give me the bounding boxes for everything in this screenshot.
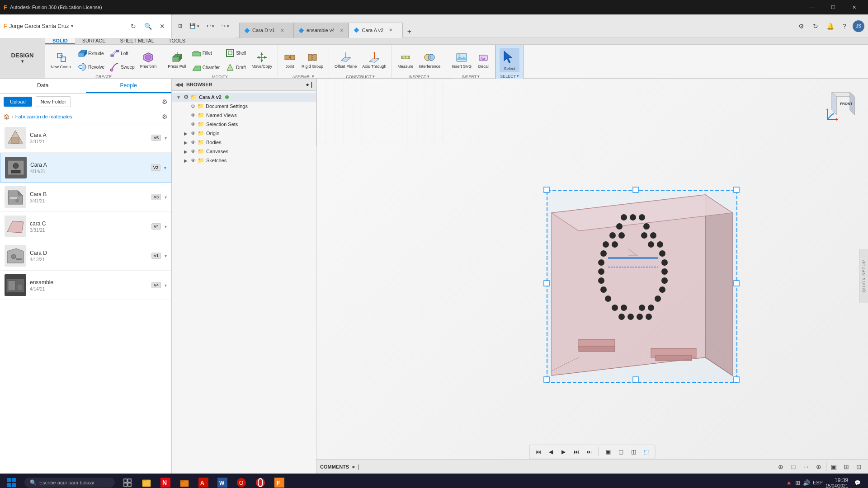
version-dropdown-b[interactable]: ▾: [165, 195, 167, 200]
file-item-cara-c[interactable]: cara C 3/31/21 V4 ▾: [0, 212, 171, 241]
joint-button[interactable]: Joint: [282, 50, 298, 70]
quick-setup-panel[interactable]: QUICK SETUP: [859, 249, 868, 303]
file-item-cara-a-v2[interactable]: Cara A 4/14/21 V2 ▾: [0, 153, 171, 183]
file-item-cara-d[interactable]: Cara D 4/13/21 V1 ▾: [0, 241, 171, 271]
tab-close-cara-d[interactable]: ✕: [280, 28, 284, 33]
selection-sets-eye-icon[interactable]: 👁: [191, 122, 196, 127]
selection-filter-4[interactable]: ⬚: [642, 447, 651, 457]
playback-next-button[interactable]: ⏭: [571, 447, 581, 457]
version-badge-cara-a-v2[interactable]: V2: [151, 164, 160, 171]
taskbar-app-word[interactable]: W: [213, 474, 231, 488]
version-badge-cara-b[interactable]: V3: [151, 194, 161, 200]
sketches-expand[interactable]: ▶: [183, 158, 189, 163]
playback-prev-button[interactable]: ◀: [546, 447, 556, 457]
dropbox-icon[interactable]: 🔺: [785, 479, 793, 486]
sidebar-settings-icon[interactable]: ⚙: [162, 98, 168, 105]
insert-button[interactable]: Insert SVG: [450, 50, 473, 70]
extrude-button[interactable]: Extrude: [75, 47, 106, 59]
taskbar-app-fusion360[interactable]: F: [270, 474, 288, 488]
undo-dropdown[interactable]: ▾: [212, 24, 214, 28]
browser-collapse-icon[interactable]: |: [311, 81, 312, 88]
taskbar-app-autocad[interactable]: A: [194, 474, 212, 488]
browser-item-named-views[interactable]: 👁 📁 Named Views: [172, 111, 316, 120]
browser-item-origin[interactable]: ▶ 👁 📁 Origin: [172, 129, 316, 138]
ribbon-tab-tools[interactable]: TOOLS: [161, 38, 193, 44]
playback-end-button[interactable]: ⏭: [584, 447, 594, 457]
version-dropdown-v5[interactable]: ▾: [165, 136, 167, 141]
browser-circle-icon[interactable]: ●: [306, 81, 309, 88]
browser-item-document-settings[interactable]: ⚙ 📁 Document Settings: [172, 102, 316, 111]
press-pull-button[interactable]: Press Pull: [166, 50, 188, 70]
revolve-button[interactable]: Revolve: [75, 61, 106, 73]
version-badge-ensamble[interactable]: V4: [151, 282, 161, 288]
sketches-eye-icon[interactable]: 👁: [191, 158, 196, 163]
file-item-cara-b[interactable]: Cara B 3/31/21 V3 ▾: [0, 183, 171, 212]
start-button[interactable]: [0, 474, 23, 488]
axis-button[interactable]: Axis Through: [360, 50, 388, 70]
tab-cara-d-v1[interactable]: 🔷 Cara D v1 ✕: [239, 23, 293, 38]
root-expand-icon[interactable]: ▼: [175, 95, 182, 100]
version-badge-cara-c[interactable]: V4: [151, 223, 161, 230]
selection-filter-2[interactable]: ▢: [616, 447, 626, 457]
system-clock[interactable]: 19:39 15/04/2021: [826, 477, 848, 488]
decal-button[interactable]: Aa Decal: [475, 50, 491, 70]
comments-circle-icon[interactable]: ●: [352, 464, 355, 470]
taskbar-app-netflix[interactable]: N: [156, 474, 175, 488]
breadcrumb-folder[interactable]: Fabricacion de materiales: [15, 114, 72, 119]
rigid-group-button[interactable]: Rigid Group: [300, 50, 325, 70]
browser-item-selection-sets[interactable]: 👁 📁 Selection Sets: [172, 120, 316, 129]
grid-view-button[interactable]: ⊞: [175, 19, 185, 33]
plane-button[interactable]: Offset Plane: [333, 50, 359, 70]
canvases-eye-icon[interactable]: 👁: [191, 149, 196, 154]
inspect-dropdown[interactable]: ▾: [427, 74, 429, 79]
sweep-button[interactable]: Sweep: [108, 61, 137, 73]
origin-expand[interactable]: ▶: [183, 131, 189, 136]
version-badge-cara-d[interactable]: V1: [151, 253, 161, 259]
loft-button[interactable]: Loft: [108, 47, 137, 59]
view-cube[interactable]: FRONT: [823, 88, 859, 124]
taskbar-search[interactable]: 🔍 Escribe aquí para buscar: [24, 478, 115, 488]
settings-button[interactable]: ⚙: [795, 20, 807, 33]
sync-button[interactable]: ↻: [809, 20, 822, 33]
version-badge-cara-a-v5[interactable]: V5: [151, 135, 161, 141]
browser-item-canvases[interactable]: ▶ 👁 📁 Canvases: [172, 147, 316, 156]
tab-close-ensamble[interactable]: ✕: [340, 28, 344, 33]
tab-close-cara-a[interactable]: ✕: [389, 28, 392, 33]
version-dropdown-c[interactable]: ▾: [165, 224, 167, 229]
construct-dropdown[interactable]: ▾: [373, 74, 375, 79]
playback-start-button[interactable]: ⏮: [533, 447, 543, 457]
tab-ensamble-v4[interactable]: 🔷 ensamble v4 ✕: [293, 23, 349, 38]
notifications-button[interactable]: 🔔: [824, 20, 836, 33]
search-button[interactable]: 🔍: [142, 21, 153, 32]
home-icon[interactable]: 🏠: [4, 114, 10, 120]
close-button[interactable]: ✕: [844, 0, 864, 14]
named-views-eye-icon[interactable]: 👁: [191, 113, 196, 118]
bodies-eye-icon[interactable]: 👁: [191, 140, 196, 145]
new-folder-button[interactable]: New Folder: [36, 96, 71, 107]
taskbar-app-file-explorer[interactable]: [137, 474, 156, 488]
ribbon-tab-sheetmetal[interactable]: SHEET METAL: [113, 38, 161, 44]
windows-icon[interactable]: ⊞: [795, 479, 800, 486]
design-button[interactable]: DESIGN ▾: [0, 38, 45, 78]
selection-filter-1[interactable]: ▣: [604, 447, 613, 457]
file-item-cara-a-v5[interactable]: Cara A 3/31/21 V5 ▾: [0, 123, 171, 153]
selection-filter-3[interactable]: ◫: [629, 447, 639, 457]
shell-button[interactable]: Shell: [223, 47, 248, 59]
breadcrumb-settings-icon[interactable]: ⚙: [162, 113, 168, 120]
volume-icon[interactable]: 🔊: [803, 479, 810, 486]
undo-button[interactable]: ↩ ▾: [204, 19, 217, 33]
browser-item-sketches[interactable]: ▶ 👁 📁 Sketches: [172, 156, 316, 165]
select-dropdown[interactable]: ▾: [517, 74, 519, 78]
browser-root-node[interactable]: ▼ ⚙ 📁 Cara A v2: [172, 93, 316, 102]
canvases-expand[interactable]: ▶: [183, 149, 189, 154]
upload-button[interactable]: Upload: [4, 97, 32, 107]
save-button[interactable]: 💾 ▾: [187, 19, 202, 33]
comments-collapse-icon[interactable]: |: [358, 464, 359, 470]
orbit-button[interactable]: ⊕: [775, 461, 786, 472]
bodies-expand[interactable]: ▶: [183, 140, 189, 145]
version-dropdown-d[interactable]: ▾: [165, 253, 167, 258]
interference-button[interactable]: Interference: [417, 50, 442, 70]
new-component-button[interactable]: New Comp.: [49, 50, 74, 70]
language-indicator[interactable]: ESP: [813, 480, 823, 485]
playback-play-button[interactable]: ▶: [559, 447, 569, 457]
